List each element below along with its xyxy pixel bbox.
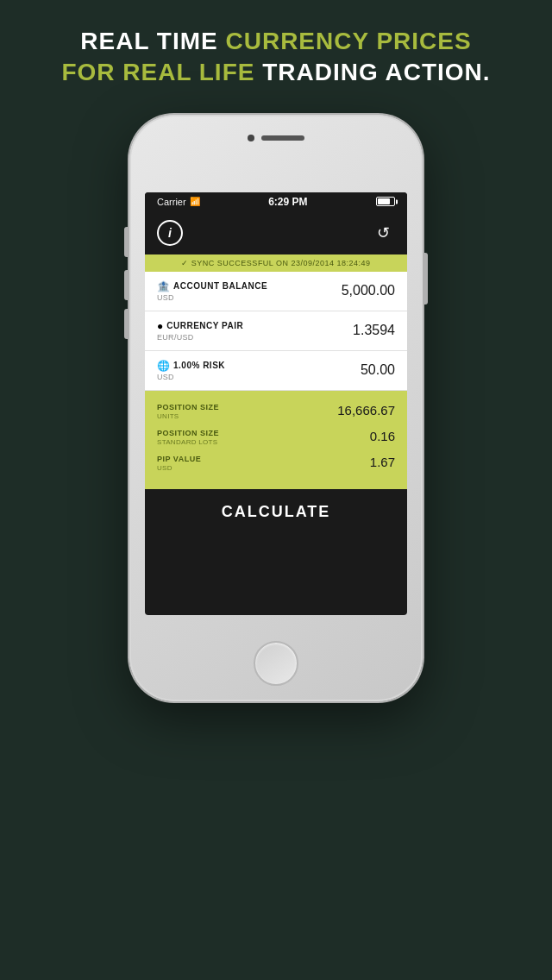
account-balance-value: 5,000.00 bbox=[342, 283, 395, 298]
pip-value-label: PIP VALUE bbox=[157, 455, 201, 463]
camera-dot bbox=[248, 135, 254, 141]
account-balance-icon: 🏦 bbox=[157, 280, 170, 292]
position-size-units-sub: UNITS bbox=[157, 412, 219, 420]
speaker-grille bbox=[261, 135, 304, 141]
refresh-button[interactable]: ↺ bbox=[371, 221, 395, 245]
phone-top-area bbox=[224, 130, 328, 146]
battery-icon bbox=[376, 197, 395, 206]
risk-row[interactable]: 🌐 1.00% RISK USD 50.00 bbox=[145, 351, 407, 391]
currency-pair-left: ● CURRENCY PAIR EUR/USD bbox=[157, 320, 243, 342]
currency-pair-label-row: ● CURRENCY PAIR bbox=[157, 320, 243, 332]
calculate-button-label: CALCULATE bbox=[222, 503, 331, 520]
position-size-lots-row: POSITION SIZE STANDARD LOTS 0.16 bbox=[157, 429, 395, 446]
header-line1: REAL TIME CURRENCY PRICES bbox=[61, 26, 490, 57]
status-bar: Carrier 📶 6:29 PM bbox=[145, 192, 407, 211]
sync-text: ✓ SYNC SUCCESSFUL ON 23/09/2014 18:24:49 bbox=[181, 259, 370, 267]
results-area: POSITION SIZE UNITS 16,666.67 POSITION S… bbox=[145, 391, 407, 489]
header-trading-action: TRADING ACTION. bbox=[254, 59, 490, 85]
risk-icon: 🌐 bbox=[157, 360, 170, 372]
input-rows-container: 🏦 ACCOUNT BALANCE USD 5,000.00 ● CURRENC… bbox=[145, 272, 407, 391]
risk-value: 50.00 bbox=[361, 362, 395, 378]
wifi-icon: 📶 bbox=[190, 197, 200, 206]
position-size-units-label: POSITION SIZE bbox=[157, 403, 219, 411]
account-balance-label: ACCOUNT BALANCE bbox=[173, 281, 267, 291]
position-size-units-row: POSITION SIZE UNITS 16,666.67 bbox=[157, 403, 395, 420]
currency-pair-icon: ● bbox=[157, 320, 163, 332]
currency-pair-label: CURRENCY PAIR bbox=[166, 321, 243, 330]
carrier-text: Carrier bbox=[157, 197, 186, 207]
header-currency-prices: CURRENCY PRICES bbox=[218, 28, 472, 54]
position-size-lots-sub: STANDARD LOTS bbox=[157, 438, 219, 446]
position-size-lots-value: 0.16 bbox=[370, 429, 395, 443]
position-size-lots-label: POSITION SIZE bbox=[157, 429, 219, 437]
header-section: REAL TIME CURRENCY PRICES FOR REAL LIFE … bbox=[27, 26, 524, 89]
account-balance-label-row: 🏦 ACCOUNT BALANCE bbox=[157, 280, 267, 292]
header-real-time: REAL TIME bbox=[80, 28, 217, 54]
sync-status-bar: ✓ SYNC SUCCESSFUL ON 23/09/2014 18:24:49 bbox=[145, 254, 407, 272]
pip-value-sub: USD bbox=[157, 464, 201, 472]
status-time: 6:29 PM bbox=[268, 196, 307, 208]
header-line2: FOR REAL LIFE TRADING ACTION. bbox=[61, 57, 490, 88]
battery-indicator bbox=[376, 197, 395, 206]
pip-value-row: PIP VALUE USD 1.67 bbox=[157, 455, 395, 472]
position-size-lots-left: POSITION SIZE STANDARD LOTS bbox=[157, 429, 219, 446]
risk-label-row: 🌐 1.00% RISK bbox=[157, 360, 225, 372]
risk-sub: USD bbox=[157, 373, 225, 381]
risk-label: 1.00% RISK bbox=[173, 361, 225, 370]
phone-body: Carrier 📶 6:29 PM i ↺ ✓ SYNC SUCCESSFUL … bbox=[129, 115, 423, 701]
status-carrier: Carrier 📶 bbox=[157, 197, 200, 207]
pip-value-left: PIP VALUE USD bbox=[157, 455, 201, 472]
phone-screen: Carrier 📶 6:29 PM i ↺ ✓ SYNC SUCCESSFUL … bbox=[145, 192, 407, 615]
info-button[interactable]: i bbox=[157, 220, 183, 246]
pip-value-value: 1.67 bbox=[370, 455, 395, 469]
home-button[interactable] bbox=[254, 641, 298, 686]
risk-left: 🌐 1.00% RISK USD bbox=[157, 360, 225, 381]
currency-pair-row[interactable]: ● CURRENCY PAIR EUR/USD 1.3594 bbox=[145, 311, 407, 351]
position-size-units-value: 16,666.67 bbox=[337, 403, 395, 418]
header-for-real-life: FOR REAL LIFE bbox=[61, 59, 254, 85]
app-header-bar: i ↺ bbox=[145, 211, 407, 254]
position-size-units-left: POSITION SIZE UNITS bbox=[157, 403, 219, 420]
account-balance-left: 🏦 ACCOUNT BALANCE USD bbox=[157, 280, 267, 302]
phone-mockup: Carrier 📶 6:29 PM i ↺ ✓ SYNC SUCCESSFUL … bbox=[129, 115, 423, 701]
account-balance-sub: USD bbox=[157, 293, 267, 302]
currency-pair-sub: EUR/USD bbox=[157, 333, 243, 342]
battery-fill bbox=[378, 198, 390, 204]
currency-pair-value: 1.3594 bbox=[353, 323, 395, 338]
account-balance-row[interactable]: 🏦 ACCOUNT BALANCE USD 5,000.00 bbox=[145, 272, 407, 311]
calculate-button[interactable]: CALCULATE bbox=[145, 489, 407, 535]
